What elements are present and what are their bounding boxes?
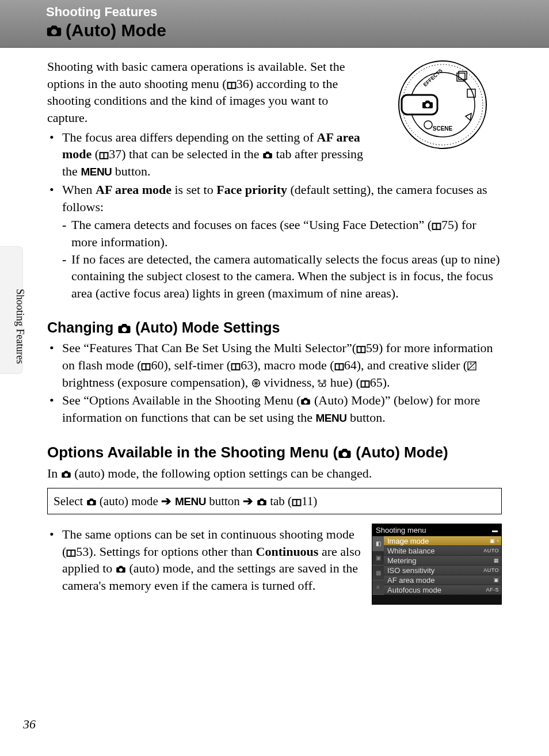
menu-row: Image mode▣ ›: [384, 536, 501, 546]
bullet-list-2: See “Features That Can Be Set Using the …: [47, 339, 502, 426]
menu-row-label: White balance: [387, 546, 434, 556]
page-number: 36: [23, 717, 36, 732]
menu-row-label: Autofocus mode: [387, 585, 441, 595]
list-item: When AF area mode is set to Face priorit…: [47, 181, 502, 302]
svg-text:−: −: [472, 366, 475, 370]
menu-row: Autofocus modeAF-S: [384, 585, 501, 595]
menu-glyph: MENU: [81, 166, 112, 178]
list-item: The same options can be set in continuou…: [47, 526, 361, 594]
page-ref-icon: [292, 499, 302, 506]
bullet-list-1: The focus area differs depending on the …: [47, 129, 502, 302]
menu-row-value: AUTO: [483, 567, 499, 574]
camera-icon: [262, 151, 273, 159]
list-item: The focus area differs depending on the …: [47, 129, 369, 180]
battery-icon: ▬: [492, 526, 498, 534]
menu-tab-icon: ▣: [372, 551, 384, 566]
page-ref-icon: [356, 346, 366, 353]
page-title: (Auto) Mode: [46, 21, 549, 40]
menu-row-value: ▣: [494, 576, 500, 583]
page-header: Shooting Features (Auto) Mode: [0, 0, 549, 48]
navigation-box: Select (auto) mode ➔ MENU button ➔ tab (…: [47, 488, 502, 514]
menu-tab-icon: ≡: [372, 581, 384, 595]
camera-icon: [46, 24, 62, 37]
menu-row: White balanceAUTO: [384, 546, 501, 556]
vividness-icon: [251, 379, 261, 388]
camera-icon: [117, 323, 131, 334]
menu-tab-camera-icon: ◧: [372, 536, 384, 551]
page-ref-icon: [432, 223, 441, 230]
menu-tab-icon: ▦: [372, 566, 384, 581]
exposure-icon: +−: [467, 361, 476, 371]
menu-glyph: MENU: [175, 495, 206, 507]
hue-icon: RB: [318, 379, 327, 388]
list-item: The camera detects and focuses on faces …: [62, 216, 502, 250]
svg-point-15: [319, 383, 322, 387]
camera-icon: [86, 498, 97, 506]
menu-tabs: ◧ ▣ ▦ ≡: [372, 536, 384, 595]
svg-text:B: B: [323, 379, 326, 383]
menu-row: Metering▦: [384, 556, 501, 566]
menu-row: ISO sensitivityAUTO: [384, 566, 501, 575]
arrow-icon: ➔: [243, 494, 257, 507]
breadcrumb: Shooting Features: [46, 5, 549, 20]
menu-row-label: AF area mode: [387, 575, 434, 586]
svg-text:+: +: [470, 362, 472, 366]
menu-title: Shooting menu: [376, 525, 426, 536]
options-intro-line: In (auto) mode, the following option set…: [47, 465, 502, 482]
page-ref-icon: [231, 363, 241, 371]
bullet-list-3: The same options can be set in continuou…: [47, 526, 361, 594]
page-ref-icon: [99, 152, 109, 159]
list-item: If no faces are detected, the camera aut…: [62, 251, 502, 302]
menu-row-label: Image mode: [387, 536, 429, 547]
arrow-icon: ➔: [161, 494, 175, 507]
menu-row-value: ▣ ›: [490, 537, 499, 544]
camera-icon: [61, 470, 71, 478]
camera-icon: [257, 498, 267, 506]
subheading-options-available: Options Available in the Shooting Menu (…: [47, 442, 502, 463]
menu-row-value: AF-S: [486, 586, 499, 593]
menu-row-value: AUTO: [483, 547, 499, 554]
camera-icon: [300, 397, 311, 405]
subheading-changing-settings: Changing (Auto) Mode Settings: [47, 318, 502, 338]
menu-row-label: Metering: [387, 556, 417, 566]
page-ref-icon: [66, 549, 76, 557]
menu-row-value: ▦: [494, 557, 500, 564]
mode-dial-illustration: SCENE EFFECTS: [394, 56, 491, 154]
page-ref-icon: [141, 363, 151, 371]
menu-row: AF area mode▣: [384, 575, 501, 585]
shooting-menu-screenshot: Shooting menu ▬ ◧ ▣ ▦ ≡ Image mode▣ ›Whi…: [372, 524, 502, 605]
svg-point-16: [322, 383, 326, 387]
menu-row-label: ISO sensitivity: [387, 566, 434, 576]
svg-text:R: R: [318, 379, 321, 383]
page-ref-icon: [334, 363, 344, 371]
list-item: See “Features That Can Be Set Using the …: [47, 339, 502, 391]
intro-paragraph: Shooting with basic camera operations is…: [47, 58, 369, 127]
menu-glyph: MENU: [316, 412, 347, 424]
list-item: See “Options Available in the Shooting M…: [47, 392, 502, 426]
page-ref-icon: [227, 82, 237, 89]
camera-icon: [116, 565, 126, 573]
camera-icon: [338, 448, 352, 459]
svg-text:SCENE: SCENE: [433, 125, 453, 132]
page-ref-icon: [360, 380, 370, 388]
